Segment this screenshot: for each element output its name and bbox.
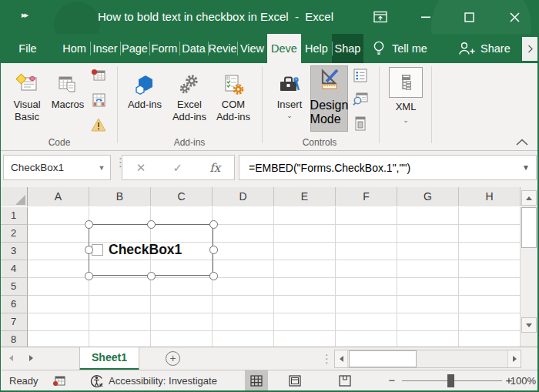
scroll-up-button[interactable] — [521, 190, 537, 206]
cell-A4[interactable] — [28, 260, 89, 278]
share-button[interactable]: Share — [457, 34, 511, 63]
column-header-E[interactable]: E — [274, 187, 336, 206]
column-header-A[interactable]: A — [28, 187, 89, 206]
macros-button[interactable]: Macros — [49, 65, 87, 135]
cell-H2[interactable] — [459, 225, 521, 243]
accessibility-status-button[interactable]: Accessibility: Investigate — [89, 370, 217, 391]
cell-F4[interactable] — [336, 260, 397, 278]
cell-D6[interactable] — [213, 296, 274, 313]
collapse-ribbon-button[interactable] — [513, 136, 531, 148]
cell-E4[interactable] — [274, 260, 336, 278]
scroll-right-button[interactable] — [507, 350, 521, 367]
row-header-1[interactable]: 1 — [0, 207, 28, 225]
cell-F3[interactable] — [336, 243, 397, 260]
cell-H5[interactable] — [459, 278, 521, 296]
cancel-button[interactable]: ✕ — [136, 161, 146, 175]
name-box-dropdown-arrow[interactable]: ▼ — [93, 164, 110, 172]
formula-bar-expand-arrow[interactable]: ▼ — [516, 163, 536, 172]
scroll-left-button[interactable] — [335, 350, 348, 367]
cell-G6[interactable] — [397, 296, 459, 313]
selection-handle[interactable] — [85, 220, 93, 229]
selection-handle[interactable] — [209, 272, 218, 280]
selection-handle[interactable] — [85, 272, 93, 280]
cell-B5[interactable] — [89, 278, 151, 296]
cell-F2[interactable] — [336, 225, 397, 243]
cell-A3[interactable] — [28, 243, 89, 260]
name-box[interactable]: CheckBox1 ▼ — [3, 155, 111, 180]
use-relative-references-button[interactable] — [90, 92, 107, 112]
column-header-B[interactable]: B — [89, 187, 151, 206]
cell-G2[interactable] — [397, 225, 459, 243]
row-header-4[interactable]: 4 — [0, 260, 28, 278]
select-all-button[interactable] — [0, 187, 28, 206]
tab-help[interactable]: Help — [301, 34, 332, 63]
cell-H6[interactable] — [459, 296, 521, 313]
cell-D8[interactable] — [213, 331, 274, 347]
tab-data[interactable]: Data — [179, 34, 208, 63]
cell-C8[interactable] — [151, 331, 213, 347]
cell-F1[interactable] — [336, 207, 397, 225]
zoom-out-button[interactable]: − — [385, 370, 399, 391]
tab-hom[interactable]: Hom — [59, 34, 90, 63]
enter-button[interactable]: ✓ — [172, 161, 182, 175]
row-header-5[interactable]: 5 — [0, 278, 28, 296]
design-mode-button[interactable]: Design Mode — [310, 65, 348, 132]
cell-F6[interactable] — [336, 296, 397, 313]
tab-shap[interactable]: Shap — [332, 34, 363, 63]
checkbox-control[interactable]: CheckBox1 — [89, 224, 213, 276]
cell-G7[interactable] — [397, 313, 459, 331]
zoom-slider-thumb[interactable] — [447, 374, 454, 387]
ribbon-display-options-button[interactable] — [363, 0, 398, 34]
cell-D1[interactable] — [213, 207, 274, 225]
column-header-G[interactable]: G — [397, 187, 459, 206]
run-dialog-button[interactable] — [352, 116, 369, 136]
cell-E6[interactable] — [274, 296, 336, 313]
horizontal-scrollbar[interactable] — [334, 350, 521, 368]
cell-C7[interactable] — [151, 313, 213, 331]
page-layout-view-button[interactable] — [283, 370, 306, 391]
row-header-2[interactable]: 2 — [0, 225, 28, 243]
checkbox-square[interactable] — [92, 244, 103, 256]
sheet-tab-sheet1[interactable]: Sheet1 — [79, 347, 139, 370]
previous-sheet-button[interactable] — [9, 355, 13, 361]
row-header-6[interactable]: 6 — [0, 296, 28, 313]
cell-G4[interactable] — [397, 260, 459, 278]
vertical-scrollbar-thumb[interactable] — [521, 207, 537, 248]
cell-E7[interactable] — [274, 313, 336, 331]
cell-D4[interactable] — [213, 260, 274, 278]
tab-revie[interactable]: Revie — [208, 34, 237, 63]
insert-dropdown-chevron[interactable]: ⌄ — [286, 112, 293, 119]
selection-handle[interactable] — [147, 272, 156, 280]
zoom-level-button[interactable]: 100% — [505, 370, 536, 391]
tab-form[interactable]: Form — [149, 34, 179, 63]
cell-A1[interactable] — [28, 207, 89, 225]
selection-handle[interactable] — [209, 246, 218, 254]
tell-me-button[interactable]: Tell me — [373, 34, 427, 63]
selection-handle[interactable] — [147, 220, 156, 229]
cell-F5[interactable] — [336, 278, 397, 296]
selection-handle[interactable] — [85, 246, 93, 254]
cell-B7[interactable] — [89, 313, 151, 331]
column-header-D[interactable]: D — [213, 187, 274, 206]
view-code-button[interactable] — [352, 92, 369, 110]
column-header-F[interactable]: F — [336, 187, 397, 206]
cell-D3[interactable] — [213, 243, 274, 260]
horizontal-scrollbar-thumb[interactable] — [349, 350, 417, 367]
visual-basic-button[interactable]: Visual Basic — [6, 65, 48, 135]
cell-A6[interactable] — [28, 296, 89, 313]
cell-D5[interactable] — [213, 278, 274, 296]
cell-B6[interactable] — [89, 296, 151, 313]
row-header-3[interactable]: 3 — [0, 243, 28, 260]
tab-view[interactable]: View — [237, 34, 267, 63]
cell-B1[interactable] — [89, 207, 151, 225]
new-sheet-button[interactable]: + — [166, 351, 180, 366]
cell-A5[interactable] — [28, 278, 89, 296]
cell-E5[interactable] — [274, 278, 336, 296]
cell-C6[interactable] — [151, 296, 213, 313]
close-button[interactable] — [497, 0, 532, 34]
cell-A7[interactable] — [28, 313, 89, 331]
cell-A2[interactable] — [28, 225, 89, 243]
cell-H4[interactable] — [459, 260, 521, 278]
insert-function-button[interactable]: fx — [209, 161, 220, 175]
vertical-scrollbar[interactable] — [521, 187, 537, 347]
